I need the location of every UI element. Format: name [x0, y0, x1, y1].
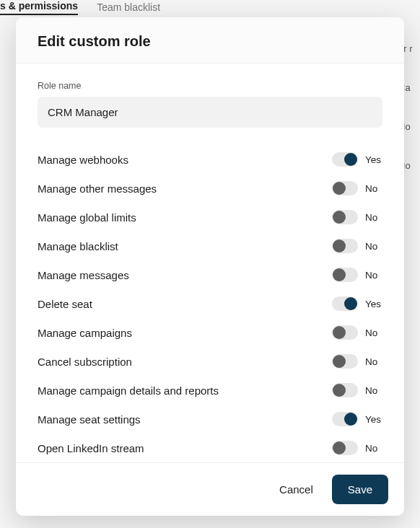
permission-control: Yes — [332, 412, 382, 426]
permission-label: Manage campaign details and reports — [38, 384, 219, 397]
permission-control: No — [332, 268, 382, 282]
permission-control: Yes — [332, 152, 382, 167]
toggle-knob — [333, 355, 346, 368]
modal-title: Edit custom role — [38, 33, 382, 50]
toggle-knob — [333, 441, 346, 454]
permission-control: No — [332, 181, 382, 195]
role-name-input[interactable] — [38, 97, 382, 128]
permission-state-text: No — [365, 183, 382, 194]
permission-label: Manage seat settings — [38, 413, 141, 426]
permission-state-text: Yes — [365, 154, 382, 165]
permission-state-text: No — [365, 443, 382, 454]
permission-label: Manage webhooks — [38, 154, 128, 166]
permission-control: No — [332, 210, 382, 224]
permission-label: Cancel subscription — [38, 356, 132, 368]
tab-team-blacklist[interactable]: Team blacklist — [97, 1, 160, 13]
toggle-knob — [344, 297, 357, 310]
toggle-knob — [344, 153, 357, 166]
permission-toggle[interactable] — [332, 412, 358, 426]
permission-row: Manage seat settingsYes — [38, 405, 382, 434]
permission-control: No — [332, 325, 382, 340]
permission-row: Manage campaignsNo — [38, 318, 382, 347]
permission-state-text: Yes — [365, 414, 382, 425]
permission-toggle[interactable] — [332, 441, 358, 455]
permission-row: Manage blacklistNo — [38, 232, 382, 260]
permission-toggle[interactable] — [332, 181, 358, 195]
save-button[interactable]: Save — [332, 475, 388, 504]
permission-row: Manage campaign details and reportsNo — [38, 376, 382, 405]
permission-row: Manage webhooksYes — [38, 145, 382, 174]
permission-row: Manage messagesNo — [38, 260, 382, 289]
permission-label: Manage other messages — [38, 182, 157, 195]
permission-toggle[interactable] — [332, 354, 358, 369]
permission-row: Manage global limitsNo — [38, 203, 382, 232]
modal-body[interactable]: Role name Manage webhooksYesManage other… — [16, 63, 404, 462]
toggle-knob — [333, 384, 346, 397]
modal-header: Edit custom role — [16, 17, 404, 63]
toggle-knob — [333, 211, 346, 224]
permission-toggle[interactable] — [332, 296, 358, 311]
permission-row: Open LinkedIn streamNo — [38, 434, 382, 462]
permission-row: Manage other messagesNo — [38, 174, 382, 203]
permission-toggle[interactable] — [332, 325, 358, 340]
role-name-label: Role name — [38, 81, 382, 91]
edit-custom-role-modal: Edit custom role Role name Manage webhoo… — [16, 17, 404, 516]
permission-state-text: No — [365, 385, 382, 396]
tab-permissions[interactable]: s & permissions — [0, 0, 78, 15]
permission-state-text: No — [365, 212, 382, 223]
permission-label: Manage messages — [38, 269, 129, 281]
permission-state-text: Yes — [365, 299, 382, 309]
toggle-knob — [344, 413, 357, 426]
permission-toggle[interactable] — [332, 210, 358, 224]
permission-control: No — [332, 441, 382, 455]
permission-control: Yes — [332, 296, 382, 311]
toggle-knob — [333, 326, 346, 339]
permission-label: Manage campaigns — [38, 327, 132, 339]
permission-label: Delete seat — [38, 298, 92, 310]
permission-toggle[interactable] — [332, 383, 358, 397]
permission-control: No — [332, 354, 382, 369]
permission-toggle[interactable] — [332, 239, 358, 253]
permission-label: Open LinkedIn stream — [38, 442, 144, 454]
permission-row: Delete seatYes — [38, 289, 382, 318]
permission-label: Manage blacklist — [38, 240, 118, 252]
permission-state-text: No — [365, 356, 382, 367]
permission-state-text: No — [365, 327, 382, 338]
modal-footer: Cancel Save — [16, 462, 404, 516]
permission-toggle[interactable] — [332, 268, 358, 282]
toggle-knob — [333, 182, 346, 195]
permission-label: Manage global limits — [38, 211, 136, 224]
permission-row: Cancel subscriptionNo — [38, 347, 382, 376]
permission-control: No — [332, 383, 382, 397]
permissions-list: Manage webhooksYesManage other messagesN… — [38, 145, 382, 462]
permission-state-text: No — [365, 270, 382, 281]
toggle-knob — [333, 239, 346, 252]
cancel-button[interactable]: Cancel — [276, 476, 316, 503]
background-tabs: s & permissions Team blacklist — [0, 0, 420, 14]
permission-control: No — [332, 239, 382, 253]
permission-toggle[interactable] — [332, 152, 358, 167]
toggle-knob — [333, 268, 346, 281]
permission-state-text: No — [365, 241, 382, 252]
